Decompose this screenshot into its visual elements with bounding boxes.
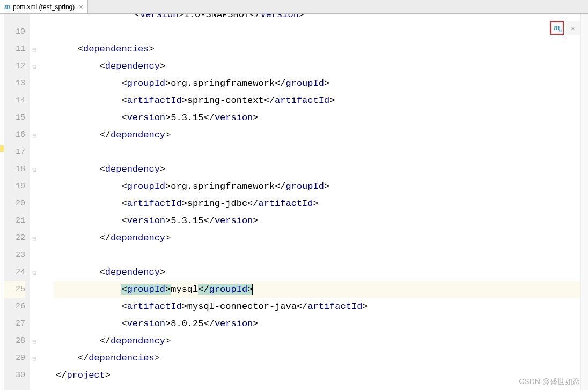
fold-gutter: ⊟ ⊟ ⊟ ⊟ ⊟ ⊟ ⊟ ⊟ (30, 14, 39, 390)
code-line[interactable]: </dependency> (54, 127, 580, 144)
line-number: 15 (4, 109, 25, 127)
code-line[interactable] (54, 247, 580, 264)
line-number: 25 (4, 281, 25, 298)
code-line[interactable]: <dependency> (54, 264, 580, 281)
code-line[interactable]: <groupId>mysql</groupId> (54, 281, 580, 298)
close-icon: × (571, 24, 576, 33)
fold-marker[interactable]: ⊟ (32, 161, 36, 178)
line-number: 14 (4, 92, 25, 109)
fold-marker[interactable]: ⊟ (32, 230, 36, 247)
code-line[interactable] (54, 24, 580, 41)
line-number: 12 (4, 58, 25, 75)
code-line[interactable] (54, 144, 580, 161)
maven-reload-button[interactable]: m ↻ (550, 21, 564, 35)
line-number: 11 (4, 41, 25, 58)
code-line[interactable]: <version>8.0.25</version> (54, 315, 580, 333)
line-number: 30 (4, 367, 25, 384)
code-line[interactable]: <dependency> (54, 58, 580, 75)
code-line[interactable]: <dependency> (54, 161, 580, 178)
hide-button[interactable]: × (566, 21, 580, 35)
line-number: 22 (4, 230, 25, 247)
code-line[interactable]: <version>5.3.15</version> (54, 212, 580, 230)
tab-title: pom.xml (test_spring) (13, 3, 75, 11)
code-line[interactable]: <groupId>org.springframework</groupId> (54, 75, 580, 92)
fold-marker[interactable]: ⊟ (32, 58, 36, 75)
file-tab[interactable]: m pom.xml (test_spring) × (0, 0, 88, 13)
code-line[interactable]: </dependency> (54, 333, 580, 350)
code-line[interactable]: <dependencies> (54, 41, 580, 58)
line-number: 21 (4, 212, 25, 230)
marker-bar (0, 14, 4, 390)
line-number: 13 (4, 75, 25, 92)
line-number: 20 (4, 195, 25, 212)
line-number: 26 (4, 298, 25, 315)
fold-marker[interactable]: ⊟ (32, 350, 36, 367)
line-number (4, 14, 25, 24)
line-number: 29 (4, 350, 25, 367)
line-number: 27 (4, 315, 25, 333)
line-number: 19 (4, 178, 25, 195)
fold-marker[interactable]: ⊟ (32, 333, 36, 350)
watermark: CSDN @盛世如恋 (519, 377, 580, 387)
code-line[interactable]: </project> (54, 367, 580, 384)
scrollbar[interactable] (580, 14, 588, 390)
line-number: 10 (4, 24, 25, 41)
refresh-icon: ↻ (558, 28, 562, 33)
caret-gutter (39, 14, 54, 390)
tab-bar: m pom.xml (test_spring) × (0, 0, 588, 14)
code-area[interactable]: <version>1.0-SNAPSHOT</version> <depende… (54, 14, 580, 390)
line-number: 24 (4, 264, 25, 281)
code-line[interactable]: <artifactId>spring-context</artifactId> (54, 92, 580, 109)
code-line[interactable]: </dependencies> (54, 350, 580, 367)
editor: 10 11 12 13 14 15 16 17 18 19 20 21 22 2… (0, 14, 588, 390)
line-number: 18 (4, 161, 25, 178)
marker (0, 145, 4, 152)
code-line[interactable]: <artifactId>mysql-connector-java</artifa… (54, 298, 580, 315)
fold-marker[interactable]: ⊟ (32, 127, 36, 144)
caret (252, 284, 253, 295)
line-number: 28 (4, 333, 25, 350)
line-number: 17 (4, 144, 25, 161)
code-line[interactable]: <version>5.3.15</version> (54, 109, 580, 127)
code-line[interactable]: <artifactId>spring-jdbc</artifactId> (54, 195, 580, 212)
line-number: 23 (4, 247, 25, 264)
close-icon[interactable]: × (79, 3, 83, 11)
line-number-gutter: 10 11 12 13 14 15 16 17 18 19 20 21 22 2… (4, 14, 30, 390)
floating-toolbar: m ↻ × (550, 21, 580, 35)
code-line[interactable]: <groupId>org.springframework</groupId> (54, 178, 580, 195)
fold-marker[interactable]: ⊟ (32, 264, 36, 281)
code-line[interactable]: </dependency> (54, 230, 580, 247)
line-number: 16 (4, 127, 25, 144)
fold-marker[interactable]: ⊟ (32, 41, 36, 58)
code-line[interactable]: <version>1.0-SNAPSHOT</version> (54, 14, 580, 24)
maven-icon: m (4, 3, 10, 11)
